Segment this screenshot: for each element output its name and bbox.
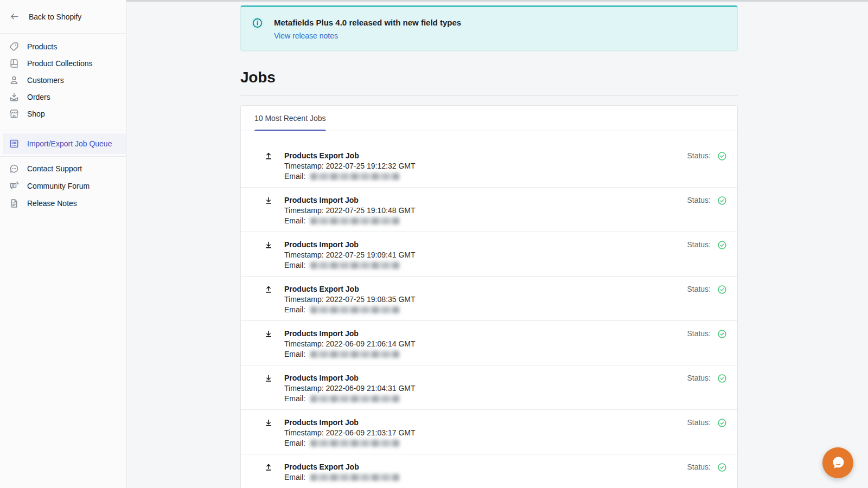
- job-timestamp: Timestamp: 2022-07-25 19:08:35 GMT: [284, 294, 687, 305]
- sidebar-item-community-forum[interactable]: Community Forum: [0, 177, 126, 195]
- job-email-label: Email:: [284, 394, 305, 404]
- sidebar-item-contact-support[interactable]: Contact Support: [0, 160, 126, 177]
- sidebar-item-label: Import/Export Job Queue: [27, 139, 112, 148]
- sidebar-divider: [0, 131, 126, 131]
- status-label: Status:: [687, 151, 711, 161]
- success-check-icon: [718, 330, 726, 338]
- view-release-notes-link[interactable]: View release notes: [274, 31, 338, 40]
- orders-icon: [9, 92, 20, 102]
- page-title: Jobs: [240, 69, 738, 86]
- sidebar-main-nav: Products Product Collections Customers O…: [0, 34, 126, 122]
- info-icon: [251, 17, 264, 43]
- job-timestamp: Timestamp: 2022-06-09 21:06:14 GMT: [284, 339, 687, 349]
- redacted-email: [310, 440, 400, 447]
- import-download-icon: [264, 418, 273, 427]
- status-label: Status:: [687, 418, 711, 428]
- success-check-icon: [718, 463, 726, 472]
- job-timestamp: Timestamp: 2022-07-25 19:09:41 GMT: [284, 250, 687, 260]
- forum-icon: [9, 181, 20, 191]
- job-row: Products Export Job Email: Status:: [241, 454, 737, 488]
- job-title: Products Export Job: [284, 462, 687, 472]
- redacted-email: [310, 351, 400, 358]
- job-title: Products Import Job: [284, 195, 687, 206]
- job-email-label: Email:: [284, 216, 305, 226]
- success-check-icon: [718, 374, 726, 383]
- sidebar-item-customers[interactable]: Customers: [0, 72, 126, 88]
- success-check-icon: [718, 419, 726, 427]
- chat-widget-button[interactable]: [822, 447, 853, 478]
- status-label: Status:: [687, 284, 711, 294]
- sidebar-item-label: Customers: [27, 76, 64, 85]
- sidebar-item-label: Shop: [27, 110, 45, 118]
- sidebar-item-label: Community Forum: [27, 182, 90, 190]
- redacted-email: [310, 173, 400, 180]
- collections-icon: [9, 58, 20, 69]
- redacted-email: [310, 262, 400, 269]
- chat-bubble-icon: [9, 163, 20, 174]
- jobs-list: Products Export Job Timestamp: 2022-07-2…: [241, 131, 737, 488]
- job-row: Products Import Job Timestamp: 2022-06-0…: [241, 365, 737, 410]
- sidebar-item-orders[interactable]: Orders: [0, 88, 126, 105]
- job-email-label: Email:: [284, 305, 305, 315]
- job-title: Products Import Job: [284, 329, 687, 339]
- success-check-icon: [718, 241, 726, 249]
- status-label: Status:: [687, 240, 711, 250]
- document-icon: [9, 198, 20, 209]
- job-title: Products Import Job: [284, 418, 687, 428]
- import-download-icon: [264, 196, 273, 204]
- job-timestamp: Timestamp: 2022-06-09 21:04:31 GMT: [284, 383, 687, 394]
- back-to-shopify-label: Back to Shopify: [29, 12, 81, 21]
- job-row: Products Export Job Timestamp: 2022-07-2…: [241, 277, 737, 321]
- sidebar-item-label: Products: [27, 42, 57, 51]
- success-check-icon: [718, 285, 726, 294]
- job-timestamp: Timestamp: 2022-06-09 21:03:17 GMT: [284, 428, 687, 438]
- job-email-label: Email:: [284, 171, 305, 182]
- job-email-label: Email:: [284, 349, 305, 359]
- tab-10-most-recent-jobs[interactable]: 10 Most Recent Jobs: [254, 106, 326, 131]
- job-email-label: Email:: [284, 472, 305, 483]
- jobs-card: 10 Most Recent Jobs Products Export Job …: [240, 105, 738, 488]
- import-download-icon: [264, 240, 273, 249]
- job-timestamp: Timestamp: 2022-07-25 19:10:48 GMT: [284, 206, 687, 216]
- job-title: Products Import Job: [284, 240, 687, 250]
- sidebar-item-label: Release Notes: [27, 199, 77, 208]
- sidebar-item-products[interactable]: Products: [0, 38, 126, 55]
- release-banner: Metafields Plus 4.0 released with new fi…: [240, 5, 738, 51]
- job-row: Products Import Job Timestamp: 2022-06-0…: [241, 410, 737, 454]
- job-row: Products Import Job Timestamp: 2022-07-2…: [241, 188, 737, 232]
- sidebar: Back to Shopify Products Product Collect…: [0, 0, 126, 488]
- sidebar-item-import-export-job-queue[interactable]: Import/Export Job Queue: [3, 133, 126, 154]
- sidebar-item-label: Contact Support: [27, 164, 82, 173]
- redacted-email: [310, 306, 400, 313]
- chat-smile-icon: [829, 454, 847, 472]
- sidebar-item-release-notes[interactable]: Release Notes: [0, 195, 126, 212]
- status-label: Status:: [687, 195, 711, 206]
- sidebar-item-shop[interactable]: Shop: [0, 105, 126, 122]
- jobs-tabbar: 10 Most Recent Jobs: [241, 106, 737, 131]
- job-title: Products Import Job: [284, 373, 687, 383]
- redacted-email: [310, 217, 400, 224]
- redacted-email: [310, 474, 400, 481]
- sidebar-item-product-collections[interactable]: Product Collections: [0, 55, 126, 72]
- export-upload-icon: [264, 285, 273, 293]
- sidebar-item-label: Product Collections: [27, 59, 93, 68]
- success-check-icon: [718, 152, 726, 160]
- tag-icon: [9, 41, 20, 52]
- job-title: Products Export Job: [284, 284, 687, 294]
- success-check-icon: [718, 196, 726, 205]
- export-upload-icon: [264, 463, 273, 471]
- import-download-icon: [264, 374, 273, 382]
- job-title: Products Export Job: [284, 151, 687, 161]
- status-label: Status:: [687, 329, 711, 339]
- back-to-shopify-button[interactable]: Back to Shopify: [0, 0, 126, 34]
- job-timestamp: Timestamp: 2022-07-25 19:12:32 GMT: [284, 161, 687, 171]
- customers-icon: [9, 75, 20, 86]
- job-row: Products Import Job Timestamp: 2022-07-2…: [241, 232, 737, 277]
- banner-title: Metafields Plus 4.0 released with new fi…: [274, 16, 461, 28]
- job-email-label: Email:: [284, 260, 305, 271]
- import-download-icon: [264, 329, 273, 338]
- job-row: Products Export Job Timestamp: 2022-07-2…: [241, 143, 737, 188]
- sidebar-footer-nav: Contact Support Community Forum Release …: [0, 157, 126, 212]
- main-area: Metafields Plus 4.0 released with new fi…: [126, 0, 868, 488]
- arrow-left-icon: [9, 11, 20, 22]
